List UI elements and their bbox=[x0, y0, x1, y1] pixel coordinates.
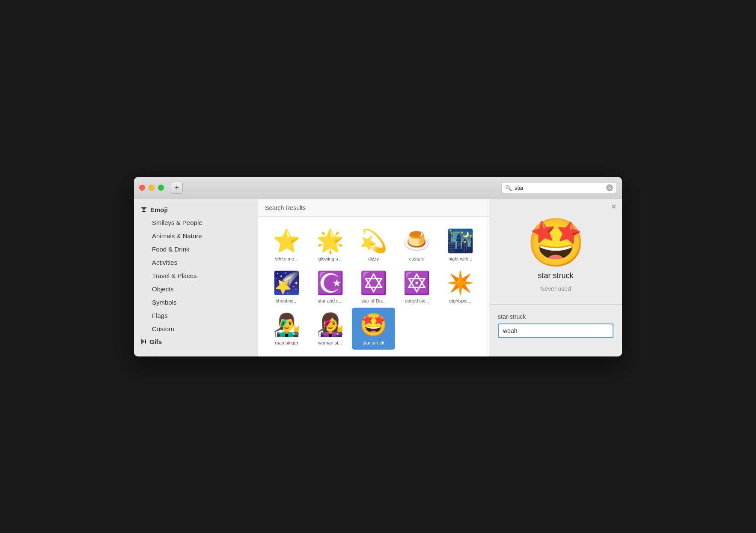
main-content: Emoji Smileys & People Animals & Nature … bbox=[134, 199, 622, 356]
emoji-label-dotted-six-pointed-star: dotted six... bbox=[405, 298, 429, 303]
emoji-label-white-medium-star: white me... bbox=[275, 256, 298, 261]
sidebar-item-animals[interactable]: Animals & Nature bbox=[134, 229, 258, 243]
emoji-label-shooting-star: shooting... bbox=[276, 298, 298, 303]
panel-title: Search Results bbox=[258, 199, 489, 217]
emoji-cell-woman-singer[interactable]: 👩‍🎤 woman si... bbox=[308, 308, 351, 350]
sidebar-item-custom[interactable]: Custom bbox=[134, 322, 258, 335]
sidebar-gifs-label: Gifs bbox=[149, 338, 162, 345]
emoji-label-night-with-stars: night with... bbox=[448, 256, 472, 261]
emoji-icon-white-medium-star: ⭐ bbox=[274, 228, 300, 254]
sidebar: Emoji Smileys & People Animals & Nature … bbox=[134, 199, 258, 356]
emoji-grid: ⭐ white me... 🌟 glowing s... 💫 dizzy 🍮 c… bbox=[258, 217, 489, 356]
emoji-label-glowing-star: glowing s... bbox=[318, 256, 342, 261]
emoji-icon-dotted-six-pointed-star: 🔯 bbox=[404, 270, 430, 296]
emoji-icon-dizzy: 💫 bbox=[360, 228, 386, 254]
search-icon: 🔍 bbox=[505, 185, 512, 191]
search-input[interactable] bbox=[515, 185, 604, 191]
emoji-preview-usage: Never used bbox=[540, 285, 571, 292]
emoji-icon-eight-pointed-star: ✴️ bbox=[447, 270, 473, 296]
close-preview-button[interactable]: ✕ bbox=[609, 203, 618, 211]
emoji-label-custard: custard bbox=[409, 256, 425, 261]
emoji-cell-dizzy[interactable]: 💫 dizzy bbox=[352, 224, 395, 266]
emoji-icon-star-of-david: ✡️ bbox=[360, 270, 386, 296]
sidebar-item-activities[interactable]: Activities bbox=[134, 256, 258, 269]
emoji-picker-window: + 🔍 ✕ Emoji Smileys & People Animals & N… bbox=[134, 177, 622, 356]
emoji-cell-white-medium-star[interactable]: ⭐ white me... bbox=[265, 224, 308, 266]
sidebar-item-symbols[interactable]: Symbols bbox=[134, 296, 258, 309]
emoji-label-woman-singer: woman si... bbox=[318, 340, 342, 345]
sidebar-section-gifs[interactable]: Gifs bbox=[134, 335, 258, 348]
emoji-cell-dotted-six-pointed-star[interactable]: 🔯 dotted six... bbox=[395, 266, 438, 308]
sidebar-emoji-label: Emoji bbox=[150, 206, 168, 213]
emoji-cell-night-with-stars[interactable]: 🌃 night with... bbox=[439, 224, 482, 266]
emoji-preview-name: star struck bbox=[538, 271, 573, 280]
emoji-cell-eight-pointed-star[interactable]: ✴️ eight-poi... bbox=[439, 266, 482, 308]
maximize-window-button[interactable] bbox=[158, 185, 164, 191]
emoji-icon-shooting-star: 🌠 bbox=[274, 270, 300, 296]
sidebar-item-flags[interactable]: Flags bbox=[134, 309, 258, 322]
emoji-icon-man-singer: 👨‍🎤 bbox=[274, 312, 300, 338]
emoji-cell-glowing-star[interactable]: 🌟 glowing s... bbox=[308, 224, 351, 266]
minimize-window-button[interactable] bbox=[149, 185, 155, 191]
search-bar: 🔍 ✕ bbox=[501, 182, 617, 193]
emoji-cell-star-struck[interactable]: 🤩 star struck bbox=[352, 308, 395, 350]
emoji-cell-star-and-crescent[interactable]: ☪️ star and c... bbox=[308, 266, 351, 308]
new-tab-button[interactable]: + bbox=[171, 182, 183, 194]
emoji-cell-custard[interactable]: 🍮 custard bbox=[395, 224, 438, 266]
right-panel-top: ✕ bbox=[489, 199, 622, 215]
emoji-slug-section: star-struck bbox=[489, 308, 622, 343]
close-window-button[interactable] bbox=[139, 185, 145, 191]
divider bbox=[489, 304, 622, 305]
emoji-label-star-and-crescent: star and c... bbox=[318, 298, 342, 303]
emoji-cell-man-singer[interactable]: 👨‍🎤 man singer bbox=[265, 308, 308, 350]
emoji-label-man-singer: man singer bbox=[275, 340, 298, 345]
sidebar-item-travel[interactable]: Travel & Places bbox=[134, 269, 258, 282]
emoji-icon-custard: 🍮 bbox=[404, 228, 430, 254]
emoji-cell-shooting-star[interactable]: 🌠 shooting... bbox=[265, 266, 308, 308]
emoji-label-star-struck: star struck bbox=[363, 340, 384, 345]
gifs-triangle-icon bbox=[141, 338, 146, 344]
emoji-label-dizzy: dizzy bbox=[368, 256, 379, 261]
sidebar-section-emoji[interactable]: Emoji bbox=[134, 204, 258, 216]
sidebar-item-food[interactable]: Food & Drink bbox=[134, 243, 258, 256]
right-panel: ✕ 🤩 star struck Never used star-struck bbox=[489, 199, 622, 356]
emoji-cell-star-of-david[interactable]: ✡️ star of Da... bbox=[352, 266, 395, 308]
emoji-label-star-of-david: star of Da... bbox=[361, 298, 386, 303]
emoji-label-eight-pointed-star: eight-poi... bbox=[449, 298, 471, 303]
emoji-preview-area: 🤩 star struck Never used bbox=[489, 215, 622, 301]
emoji-icon-star-struck: 🤩 bbox=[360, 312, 386, 338]
emoji-slug-input[interactable] bbox=[498, 323, 613, 338]
emoji-icon-star-and-crescent: ☪️ bbox=[317, 270, 343, 296]
sidebar-item-smileys[interactable]: Smileys & People bbox=[134, 216, 258, 229]
sidebar-emoji-items: Smileys & People Animals & Nature Food &… bbox=[134, 216, 258, 335]
emoji-slug-label: star-struck bbox=[498, 313, 613, 320]
emoji-preview-large: 🤩 bbox=[527, 219, 585, 266]
emoji-triangle-icon bbox=[141, 207, 147, 212]
emoji-icon-night-with-stars: 🌃 bbox=[447, 228, 473, 254]
emoji-icon-woman-singer: 👩‍🎤 bbox=[317, 312, 343, 338]
center-panel: Search Results ⭐ white me... 🌟 glowing s… bbox=[258, 199, 489, 356]
sidebar-item-objects[interactable]: Objects bbox=[134, 282, 258, 296]
titlebar: + 🔍 ✕ bbox=[134, 177, 622, 199]
traffic-lights bbox=[139, 185, 164, 191]
emoji-icon-glowing-star: 🌟 bbox=[317, 228, 343, 254]
search-clear-button[interactable]: ✕ bbox=[606, 184, 613, 191]
